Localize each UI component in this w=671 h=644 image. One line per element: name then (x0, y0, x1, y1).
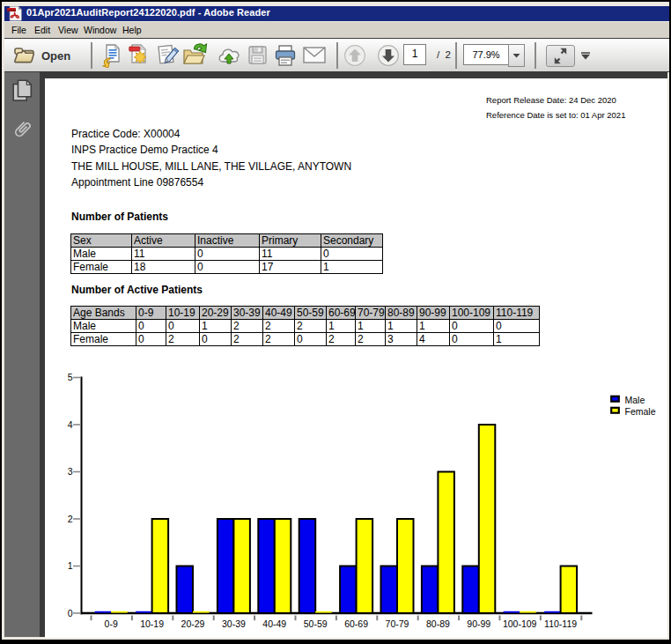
svg-text:10-19: 10-19 (140, 618, 164, 629)
svg-text:110-119: 110-119 (544, 618, 577, 629)
svg-text:2: 2 (68, 514, 73, 524)
svg-text:40-49: 40-49 (262, 618, 286, 629)
svg-text:50-59: 50-59 (304, 618, 328, 629)
svg-text:5: 5 (68, 372, 73, 382)
svg-text:4: 4 (68, 419, 73, 430)
svg-text:3: 3 (68, 466, 73, 477)
svg-text:30-39: 30-39 (222, 618, 246, 629)
svg-text:0-9: 0-9 (105, 618, 118, 629)
svg-text:60-69: 60-69 (344, 618, 368, 629)
svg-text:1: 1 (68, 560, 73, 571)
svg-text:90-99: 90-99 (467, 618, 490, 629)
svg-text:Female: Female (625, 406, 656, 417)
svg-text:Male: Male (625, 395, 645, 405)
svg-text:70-79: 70-79 (386, 618, 409, 629)
svg-text:20-29: 20-29 (181, 618, 205, 629)
svg-text:0: 0 (68, 608, 73, 618)
svg-text:80-89: 80-89 (426, 618, 450, 629)
svg-text:100-109: 100-109 (503, 618, 537, 629)
